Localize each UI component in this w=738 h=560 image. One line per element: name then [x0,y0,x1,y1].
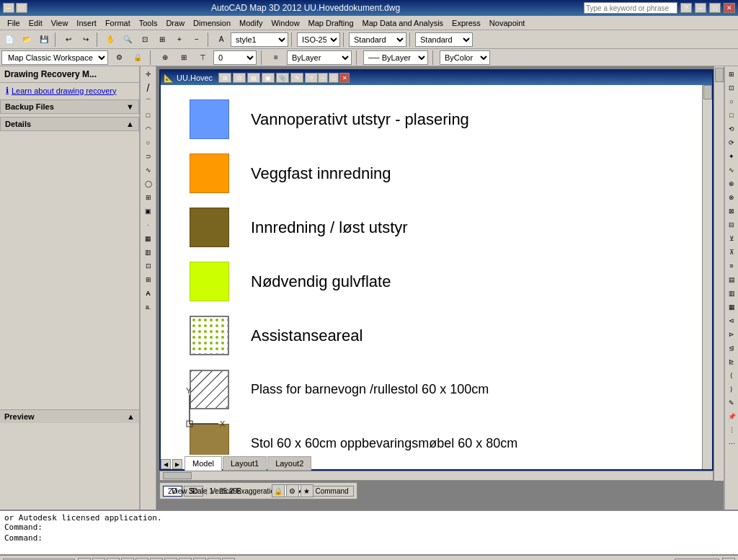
frt-btn-10[interactable]: ⊗ [725,191,738,204]
window-minimize-button[interactable]: ─ [695,3,706,13]
save-button[interactable]: 💾 [36,32,52,48]
frt-btn-23[interactable]: ⟨ [725,369,738,382]
linetype-select[interactable]: ByLayer [287,50,352,65]
tab-layout1[interactable]: Layout1 [223,456,267,471]
restore-button[interactable]: □ [16,3,27,13]
ortho-button[interactable]: ⊤ [195,50,210,66]
menu-insert[interactable]: Insert [72,17,101,29]
menu-novapoint[interactable]: Novapoint [485,17,530,29]
details-section[interactable]: Details ▲ [0,117,139,131]
color-select[interactable]: ByColor [440,50,490,65]
plot-select[interactable]: Standard [349,32,406,47]
undo-button[interactable]: ↩ [61,32,76,48]
workspace-select[interactable]: Map Classic Workspace [1,50,108,65]
revision-button[interactable]: ⊃ [142,150,155,163]
zoom-out-button[interactable]: − [189,32,205,48]
menu-format[interactable]: Format [101,17,135,29]
scroll-thumb[interactable] [703,85,712,99]
frt-btn-20[interactable]: ⊳ [725,328,738,341]
style-select[interactable]: style1 [231,32,288,47]
menu-file[interactable]: File [3,17,25,29]
layer-input[interactable]: 0 [213,50,257,65]
menu-view[interactable]: View [47,17,73,29]
doc-close-button[interactable]: ✕ [339,73,350,83]
open-button[interactable]: 📂 [19,32,35,48]
v-scrollbar[interactable] [702,85,712,469]
frt-btn-1[interactable]: ⊞ [725,68,738,81]
workspace-lock-button[interactable]: 🔒 [130,50,146,66]
h-scroll-thumb[interactable] [163,472,192,479]
zoom-button[interactable]: 🔍 [120,32,135,48]
rect-button[interactable]: □ [142,109,155,122]
frt-btn-8[interactable]: ∿ [725,164,738,177]
gradient-button[interactable]: ▥ [142,246,155,259]
frt-btn-16[interactable]: ▤ [725,273,738,286]
insert-button[interactable]: ⊞ [142,191,155,204]
frt-btn-22[interactable]: ⊵ [725,355,738,368]
frt-btn-25[interactable]: ✎ [725,396,738,409]
doc-toolbar-btn-7[interactable]: ? [305,73,318,83]
menu-edit[interactable]: Edit [25,17,47,29]
frt-btn-14[interactable]: ⊼ [725,246,738,259]
frt-btn-19[interactable]: ⊲ [725,314,738,327]
tab-model[interactable]: Model [184,456,222,471]
gear-button[interactable]: ⚙ [286,484,299,497]
circle-button[interactable]: ○ [142,136,155,149]
drawing-v-scrollbar[interactable] [713,66,724,481]
menu-map-drafting[interactable]: Map Drafting [304,17,358,29]
drawing-recovery-link[interactable]: ℹ Learn about drawing recovery [0,83,139,98]
doc-restore-button[interactable]: □ [329,73,339,83]
frt-btn-9[interactable]: ⊕ [725,177,738,190]
new-button[interactable]: 📄 [1,32,17,48]
frt-btn-21[interactable]: ⊴ [725,342,738,355]
star-button[interactable]: ★ [301,484,314,497]
iso-select[interactable]: ISO-25 [297,32,340,47]
backup-files-section[interactable]: Backup Files ▼ [0,99,139,114]
frt-btn-6[interactable]: ⟳ [725,136,738,149]
frt-btn-26[interactable]: 📌 [725,410,738,423]
preview-section[interactable]: Preview ▲ [0,409,139,423]
doc-toolbar-btn-6[interactable]: ✎ [290,73,303,83]
doc-toolbar-btn-4[interactable]: ▣ [262,73,275,83]
menu-modify[interactable]: Modify [235,17,267,29]
doc-toolbar-btn-2[interactable]: ⊡ [233,73,246,83]
hatch-button[interactable]: ▦ [142,232,155,245]
command-input[interactable] [45,532,734,543]
mtext-button[interactable]: A [142,287,155,300]
frt-btn-11[interactable]: ⊠ [725,205,738,218]
frt-btn-24[interactable]: ⟩ [725,383,738,396]
table-button[interactable]: ⊞ [142,273,155,286]
window-restore-button[interactable]: □ [709,3,721,13]
frt-btn-27[interactable]: ⋮ [725,424,738,437]
tab-layout2[interactable]: Layout2 [267,456,311,471]
standard-select[interactable]: Standard [415,32,473,47]
frt-btn-13[interactable]: ⊻ [725,232,738,245]
tab-prev-button[interactable]: ◀ [161,459,171,469]
text-style-button[interactable]: A [213,32,229,48]
frt-btn-17[interactable]: ▥ [725,287,738,300]
menu-tools[interactable]: Tools [135,17,162,29]
zoom-in-button[interactable]: + [172,32,187,48]
frt-btn-4[interactable]: □ [725,109,738,122]
frt-btn-7[interactable]: ✦ [725,150,738,163]
doc-toolbar-btn-1[interactable]: ⊞ [218,73,231,83]
menu-draw[interactable]: Draw [161,17,189,29]
zoom-extents-button[interactable]: ⊞ [154,32,170,48]
region-button[interactable]: ⊡ [142,259,155,272]
menu-dimension[interactable]: Dimension [189,17,235,29]
line-button[interactable]: / [142,81,155,94]
frt-btn-18[interactable]: ▦ [725,301,738,314]
arc-button[interactable]: ◠ [142,123,155,135]
ellipse-button[interactable]: ◯ [142,177,155,190]
doc-minimize-button[interactable]: ─ [318,73,328,83]
drawing-scroll-thumb[interactable] [715,68,724,82]
snap-button[interactable]: ⊕ [157,50,173,66]
doc-toolbar-btn-5[interactable]: 📎 [276,73,289,83]
point-button[interactable]: · [142,218,155,231]
pan-button[interactable]: ✋ [102,32,118,48]
menu-window[interactable]: Window [267,17,303,29]
frt-btn-2[interactable]: ⊡ [725,81,738,94]
frt-btn-15[interactable]: ≡ [725,259,738,272]
frt-btn-3[interactable]: ○ [725,95,738,108]
help-button[interactable]: ? [680,3,692,13]
